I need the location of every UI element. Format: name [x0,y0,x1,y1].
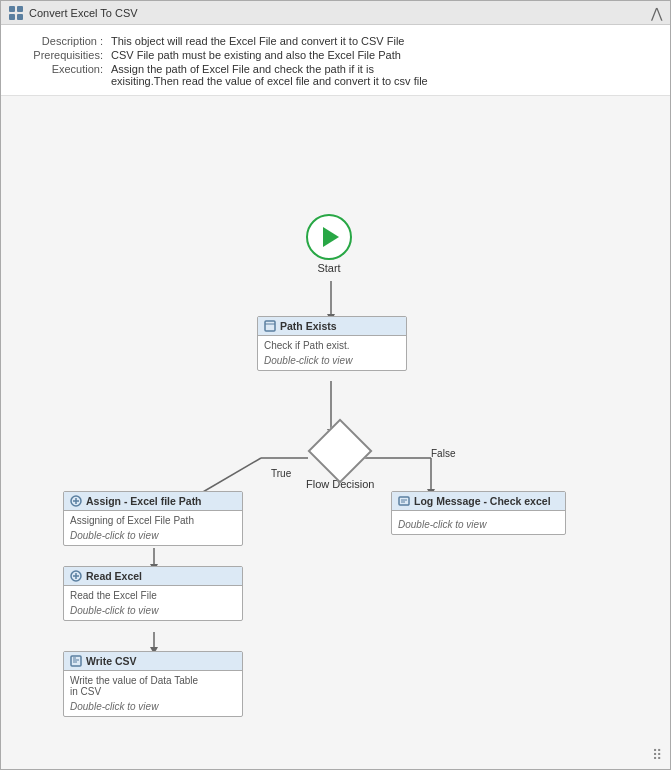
path-exists-icon [264,320,276,332]
write-csv-header: Write CSV [64,652,242,671]
read-excel-body: Read the Excel File Double-click to view [64,586,242,620]
desc-table: Description : This object will read the … [17,35,654,87]
svg-rect-3 [17,14,23,20]
log-message-node[interactable]: Log Message - Check excel Double-click t… [391,491,566,535]
svg-rect-2 [9,14,15,20]
bottom-right-indicator: ⠿ [652,747,662,763]
prereq-value: CSV File path must be existing and also … [111,49,654,61]
desc-value: This object will read the Excel File and… [111,35,654,47]
assign-body: Assigning of Excel File Path Double-clic… [64,511,242,545]
start-circle [306,214,352,260]
path-exists-node[interactable]: Path Exists Check if Path exist. Double-… [257,316,407,371]
desc-label: Description : [17,35,107,47]
assign-node[interactable]: Assign - Excel file Path Assigning of Ex… [63,491,243,546]
svg-marker-18 [323,227,339,247]
title-bar-left: Convert Excel To CSV [9,6,138,20]
window-title: Convert Excel To CSV [29,7,138,19]
start-label: Start [317,262,340,274]
flow-decision-node[interactable]: Flow Decision [306,428,374,490]
write-csv-node[interactable]: Write CSV Write the value of Data Table … [63,651,243,717]
read-excel-icon [70,570,82,582]
assign-icon [70,495,82,507]
svg-rect-1 [17,6,23,12]
diamond-shape [308,418,373,483]
svg-rect-0 [9,6,15,12]
collapse-button[interactable]: ⋀ [651,5,662,21]
svg-rect-19 [265,321,275,331]
app-icon [9,6,23,20]
log-message-body: Double-click to view [392,511,565,534]
exec-label: Execution: [17,63,107,87]
canvas-area[interactable]: True False Start Path Exists [1,96,670,769]
write-csv-icon [70,655,82,667]
start-node[interactable]: Start [306,214,352,274]
title-bar: Convert Excel To CSV ⋀ [1,1,670,25]
path-exists-body: Check if Path exist. Double-click to vie… [258,336,406,370]
true-label: True [271,468,291,479]
read-excel-header: Read Excel [64,567,242,586]
exec-value: Assign the path of Excel File and check … [111,63,654,87]
main-window: Convert Excel To CSV ⋀ Description : Thi… [0,0,671,770]
log-message-header: Log Message - Check excel [392,492,565,511]
path-exists-header: Path Exists [258,317,406,336]
read-excel-node[interactable]: Read Excel Read the Excel File Double-cl… [63,566,243,621]
svg-rect-24 [399,497,409,505]
write-csv-body: Write the value of Data Table in CSV Dou… [64,671,242,716]
content-area: Description : This object will read the … [1,25,670,769]
false-label: False [431,448,455,459]
assign-header: Assign - Excel file Path [64,492,242,511]
prereq-label: Prerequisities: [17,49,107,61]
description-area: Description : This object will read the … [1,25,670,96]
log-message-icon [398,495,410,507]
